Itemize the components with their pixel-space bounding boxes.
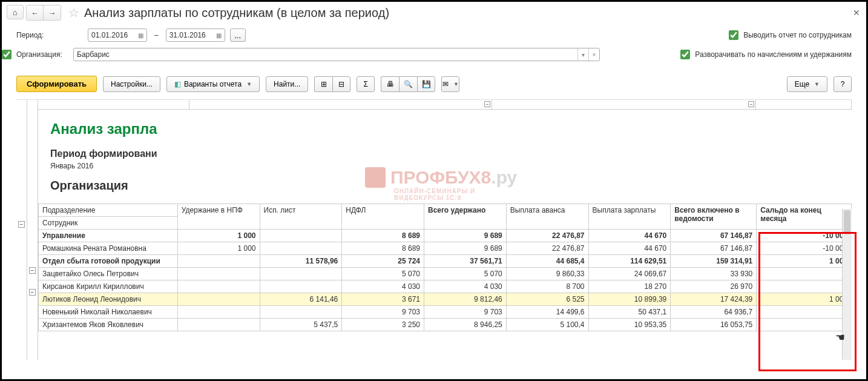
table-row[interactable]: Лютиков Леонид Леонидович6 141,463 6719 … — [39, 293, 852, 306]
collapse-toggle[interactable]: − — [18, 221, 25, 228]
col-ndfl: НДФЛ — [342, 204, 424, 230]
table-row[interactable]: Новенький Николай Николаевич9 7039 70314… — [39, 306, 852, 319]
collapse-toggle[interactable]: − — [29, 267, 36, 274]
dropdown-icon[interactable]: ▾ — [577, 48, 588, 61]
expand-all-button[interactable]: ⊞ — [314, 76, 332, 92]
favorite-icon[interactable]: ☆ — [68, 5, 79, 20]
org-input[interactable]: Барбарис ▾ × — [73, 48, 600, 61]
help-button[interactable]: ? — [833, 76, 852, 92]
table-row[interactable]: Управление1 0008 6899 68922 476,8744 670… — [39, 230, 852, 242]
section-toggle[interactable]: − — [748, 101, 754, 107]
org-label: Организация: — [16, 50, 68, 59]
table-row[interactable]: Кирсанов Кирилл Кириллович4 0304 0308 70… — [39, 280, 852, 293]
save-button[interactable]: 💾 — [417, 76, 435, 92]
table-row[interactable]: Отдел сбыта готовой продукции11 578,9625… — [39, 255, 852, 268]
date-from-input[interactable]: 01.01.2016▦ — [88, 28, 147, 42]
col-advance: Выплата аванса — [506, 204, 588, 230]
period-label: Период: — [16, 31, 83, 39]
col-dept: Подразделение — [39, 204, 178, 217]
calendar-icon[interactable]: ▦ — [216, 32, 222, 39]
collapse-all-button[interactable]: ⊟ — [332, 76, 350, 92]
by-employee-checkbox[interactable] — [729, 30, 738, 40]
col-ispl: Исп. лист — [260, 204, 342, 230]
variants-button[interactable]: ◧Варианты отчета▼ — [166, 76, 260, 92]
cursor-icon: ☚ — [835, 331, 845, 344]
expand-checkbox[interactable] — [680, 50, 690, 59]
back-button[interactable]: ← — [27, 5, 44, 20]
clear-icon[interactable]: × — [588, 48, 599, 61]
table-row[interactable]: Зацветайко Олесь Петрович5 0705 0709 860… — [39, 268, 852, 280]
home-button[interactable]: ⌂ — [7, 5, 24, 19]
close-button[interactable]: ✕ — [853, 8, 860, 18]
sum-button[interactable]: Σ — [357, 76, 375, 92]
col-salary: Выплата зарплаты — [588, 204, 671, 230]
col-withheld: Всего удержано — [424, 204, 507, 230]
more-button[interactable]: Еще▼ — [787, 76, 827, 92]
col-balance: Сальдо на конец месяца — [757, 204, 852, 230]
table-row[interactable]: Хризантемов Яков Яковлевич5 437,53 2508 … — [39, 319, 852, 331]
col-included: Всего включено в ведомости — [671, 204, 757, 230]
collapse-toggle[interactable]: − — [29, 289, 36, 296]
col-npf: Удержание в НПФ — [177, 204, 260, 230]
org-checkbox[interactable] — [2, 50, 12, 59]
section-toggle[interactable]: − — [484, 101, 490, 107]
expand-label: Разворачивать по начислениям и удержания… — [695, 50, 852, 59]
by-employee-label: Выводить отчет по сотрудникам — [743, 31, 852, 39]
settings-button[interactable]: Настройки... — [103, 76, 160, 92]
date-to-input[interactable]: 31.01.2016▦ — [166, 28, 225, 42]
col-emp: Сотрудник — [39, 217, 178, 230]
form-button[interactable]: Сформировать — [16, 76, 97, 92]
preview-button[interactable]: 🔍 — [399, 76, 417, 92]
table-row[interactable]: Ромашкина Рената Романовна1 0008 6899 68… — [39, 242, 852, 255]
report-table: Подразделение Удержание в НПФ Исп. лист … — [38, 204, 852, 331]
find-button[interactable]: Найти... — [266, 76, 308, 92]
print-button[interactable]: 🖶 — [381, 76, 399, 92]
watermark: ПРОФБУХ8.ру ОНЛАЙН-СЕМИНАРЫ И ВИДЕОКУРСЫ… — [365, 167, 517, 188]
calendar-icon[interactable]: ▦ — [138, 32, 143, 39]
forward-button[interactable]: → — [44, 5, 61, 20]
period-picker-button[interactable]: ... — [230, 28, 246, 42]
page-title: Анализ зарплаты по сотрудникам (в целом … — [84, 6, 389, 20]
email-button[interactable]: ✉▼ — [441, 76, 459, 92]
